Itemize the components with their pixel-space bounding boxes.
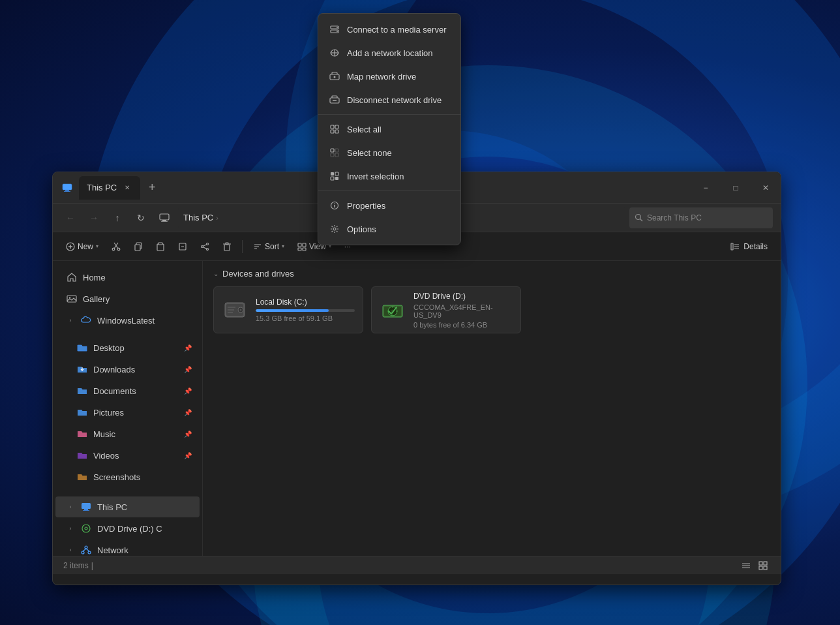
sidebar-item-home[interactable]: Home bbox=[55, 267, 200, 288]
desktop-icon-btn[interactable] bbox=[155, 208, 174, 228]
search-icon bbox=[635, 213, 643, 222]
sidebar-item-pictures[interactable]: Pictures 📌 bbox=[55, 402, 200, 423]
context-item-connect-media[interactable]: Connect to a media server bbox=[318, 18, 460, 41]
svg-rect-94 bbox=[759, 562, 762, 565]
drive-item-d[interactable]: DVD Drive (D:) CCCOMA_X64FRE_EN-US_DV9 0… bbox=[371, 286, 521, 333]
sidebar-item-dvd-drive[interactable]: › DVD Drive (D:) C bbox=[55, 518, 200, 539]
rename-button[interactable] bbox=[173, 236, 192, 257]
details-label: Details bbox=[743, 242, 768, 251]
refresh-button[interactable]: ↻ bbox=[131, 208, 151, 228]
sort-button[interactable]: Sort ▾ bbox=[248, 236, 290, 257]
context-item-options[interactable]: Options bbox=[318, 217, 460, 241]
sidebar-label-windowslatest: WindowsLatest bbox=[97, 316, 155, 326]
sidebar-item-documents[interactable]: Documents 📌 bbox=[55, 380, 200, 401]
paste-button[interactable] bbox=[151, 236, 170, 257]
context-item-select-none[interactable]: Select none bbox=[318, 141, 460, 164]
drive-item-c[interactable]: Local Disk (C:) 15.3 GB free of 59.1 GB bbox=[213, 286, 363, 333]
sidebar-item-gallery[interactable]: Gallery bbox=[55, 288, 200, 309]
c-drive-free: 15.3 GB free of 59.1 GB bbox=[256, 314, 355, 322]
rename-icon bbox=[178, 242, 187, 251]
svg-point-39 bbox=[112, 248, 115, 251]
delete-button[interactable] bbox=[217, 236, 237, 257]
network-add-icon bbox=[329, 47, 340, 59]
c-drive-name: Local Disk (C:) bbox=[256, 297, 355, 307]
monitor-icon bbox=[159, 213, 170, 223]
search-placeholder: Search This PC bbox=[647, 213, 702, 222]
context-item-disconnect-drive[interactable]: Disconnect network drive bbox=[318, 88, 460, 112]
svg-rect-70 bbox=[84, 509, 88, 510]
up-button[interactable]: ↑ bbox=[108, 208, 127, 228]
svg-rect-31 bbox=[161, 221, 168, 222]
context-item-add-network[interactable]: Add a network location bbox=[318, 41, 460, 65]
forward-icon: → bbox=[89, 213, 98, 223]
new-button[interactable]: New ▾ bbox=[61, 236, 104, 257]
share-button[interactable] bbox=[195, 236, 215, 257]
context-separator-1 bbox=[318, 114, 460, 115]
screenshots-folder-icon bbox=[76, 471, 88, 483]
status-separator: | bbox=[91, 561, 93, 570]
svg-rect-29 bbox=[160, 214, 169, 220]
svg-rect-10 bbox=[331, 125, 334, 129]
svg-point-73 bbox=[85, 527, 87, 530]
refresh-icon: ↻ bbox=[137, 213, 145, 223]
d-drive-free: 0 bytes free of 6.34 GB bbox=[413, 321, 513, 329]
search-bar[interactable]: Search This PC bbox=[629, 207, 773, 228]
tab-this-pc[interactable]: This PC ✕ bbox=[79, 176, 140, 200]
downloads-folder-icon bbox=[76, 363, 88, 375]
d-drive-icon bbox=[380, 297, 406, 323]
view-icon bbox=[297, 242, 307, 251]
tab-close-button[interactable]: ✕ bbox=[122, 183, 132, 193]
context-label-select-all: Select all bbox=[347, 125, 382, 134]
breadcrumb-separator: › bbox=[216, 214, 218, 222]
context-item-map-drive[interactable]: Map network drive bbox=[318, 65, 460, 88]
svg-point-2 bbox=[337, 27, 338, 28]
sidebar-item-videos[interactable]: Videos 📌 bbox=[55, 445, 200, 466]
svg-rect-20 bbox=[331, 177, 334, 180]
sidebar-item-windowslatest[interactable]: › WindowsLatest bbox=[55, 310, 200, 331]
context-item-invert-selection[interactable]: Invert selection bbox=[318, 164, 460, 188]
back-button[interactable]: ← bbox=[61, 208, 80, 228]
minimize-button[interactable]: − bbox=[691, 172, 721, 204]
cut-button[interactable] bbox=[106, 236, 126, 257]
sidebar-item-screenshots[interactable]: Screenshots bbox=[55, 466, 200, 487]
sidebar-item-this-pc[interactable]: › This PC bbox=[55, 496, 200, 517]
svg-rect-30 bbox=[162, 220, 166, 221]
c-drive-bar bbox=[256, 309, 355, 312]
close-button[interactable]: ✕ bbox=[751, 172, 781, 204]
sidebar-item-downloads[interactable]: Downloads 📌 bbox=[55, 359, 200, 380]
context-item-select-all[interactable]: Select all bbox=[318, 117, 460, 141]
item-count: 2 items bbox=[63, 561, 89, 570]
svg-rect-16 bbox=[331, 153, 334, 157]
context-item-properties[interactable]: Properties bbox=[318, 194, 460, 217]
svg-rect-17 bbox=[335, 153, 338, 157]
network-sidebar-icon bbox=[80, 544, 92, 556]
documents-folder-icon bbox=[76, 385, 88, 397]
details-button[interactable]: Details bbox=[725, 239, 773, 254]
new-chevron: ▾ bbox=[96, 243, 98, 249]
sidebar-label-desktop: Desktop bbox=[93, 343, 125, 353]
new-label: New bbox=[78, 242, 93, 251]
gallery-icon bbox=[66, 293, 78, 305]
status-bar: 2 items | bbox=[53, 556, 781, 574]
file-list: ⌄ Devices and drives bbox=[203, 261, 781, 556]
sidebar-item-desktop[interactable]: Desktop 📌 bbox=[55, 337, 200, 358]
svg-rect-21 bbox=[335, 177, 338, 180]
svg-rect-11 bbox=[335, 125, 338, 129]
copy-button[interactable] bbox=[128, 236, 148, 257]
view-icons bbox=[739, 558, 770, 573]
context-label-connect-media: Connect to a media server bbox=[347, 25, 446, 35]
devices-drives-header[interactable]: ⌄ Devices and drives bbox=[213, 269, 770, 279]
svg-rect-97 bbox=[764, 566, 767, 570]
forward-button[interactable]: → bbox=[84, 208, 104, 228]
svg-point-40 bbox=[117, 248, 120, 251]
details-icon bbox=[730, 242, 740, 251]
d-drive-info: DVD Drive (D:) CCCOMA_X64FRE_EN-US_DV9 0… bbox=[413, 292, 513, 329]
sidebar-item-music[interactable]: Music 📌 bbox=[55, 423, 200, 444]
properties-icon bbox=[329, 200, 340, 211]
maximize-button[interactable]: □ bbox=[721, 172, 751, 204]
sidebar-item-network[interactable]: › Network bbox=[55, 540, 200, 556]
svg-point-32 bbox=[636, 215, 641, 220]
list-view-button[interactable] bbox=[739, 558, 753, 573]
grid-view-button[interactable] bbox=[756, 558, 770, 573]
add-tab-button[interactable]: + bbox=[142, 177, 162, 198]
